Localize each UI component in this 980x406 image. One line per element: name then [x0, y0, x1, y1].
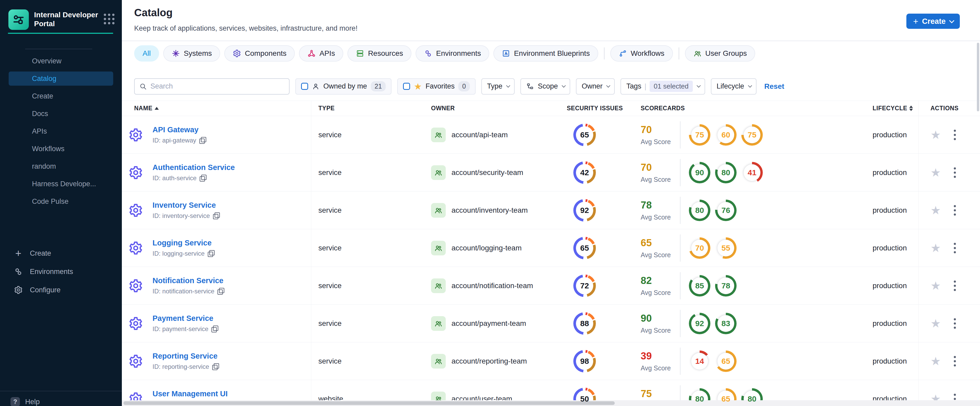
tab-systems[interactable]: Systems: [163, 45, 220, 62]
tab-resources[interactable]: Resources: [347, 45, 411, 62]
tab-components[interactable]: Components: [224, 45, 295, 62]
scorecard-ring[interactable]: 80: [741, 388, 763, 406]
scorecard-ring[interactable]: 14: [689, 350, 710, 372]
copy-icon[interactable]: [208, 250, 215, 257]
entity-name-link[interactable]: Reporting Service: [153, 352, 219, 360]
favorite-star-icon[interactable]: ★: [931, 355, 941, 367]
lifecycle-cell: production: [873, 343, 918, 380]
sidebar-item-create[interactable]: Create: [9, 89, 113, 103]
scorecard-ring[interactable]: 83: [715, 313, 737, 334]
tab-environments[interactable]: Environments: [415, 45, 489, 62]
copy-icon[interactable]: [199, 137, 206, 144]
sidebar-item-workflows[interactable]: Workflows: [9, 142, 113, 156]
scorecard-value: 41: [741, 162, 763, 183]
scorecard-ring[interactable]: 85: [689, 275, 710, 297]
sidebar-bottom-item-environments[interactable]: Environments: [0, 262, 122, 281]
row-menu-icon[interactable]: [952, 166, 958, 179]
avg-score-label: Avg Score: [641, 176, 680, 183]
row-menu-icon[interactable]: [952, 317, 958, 330]
filter-dropdown-scope[interactable]: Scope: [520, 78, 570, 95]
entity-owner[interactable]: account/logging-team: [452, 244, 522, 252]
scorecard-ring[interactable]: 55: [715, 237, 737, 259]
entity-owner[interactable]: account/api-team: [452, 131, 508, 139]
create-button[interactable]: + Create: [906, 14, 960, 29]
sidebar-item-overview[interactable]: Overview: [9, 54, 113, 68]
favorite-star-icon[interactable]: ★: [931, 242, 941, 254]
entity-name-link[interactable]: API Gateway: [153, 125, 206, 134]
row-menu-icon[interactable]: [952, 241, 958, 255]
row-menu-icon[interactable]: [952, 279, 958, 293]
scorecard-ring[interactable]: 60: [715, 124, 737, 146]
favorites-filter[interactable]: ★ Favorites 0: [397, 78, 475, 95]
row-menu-icon[interactable]: [952, 203, 958, 217]
scorecard-ring[interactable]: 76: [715, 200, 737, 221]
scorecard-ring[interactable]: 90: [689, 162, 710, 183]
favorites-checkbox[interactable]: [403, 83, 410, 90]
entity-name-link[interactable]: Inventory Service: [153, 201, 220, 209]
sidebar-item-apis[interactable]: APIs: [9, 124, 113, 138]
column-header-lifecycle[interactable]: LIFECYCLE: [873, 101, 918, 116]
reset-filters-link[interactable]: Reset: [764, 82, 784, 90]
entity-owner[interactable]: account/payment-team: [452, 319, 526, 328]
sidebar-bottom-item-configure[interactable]: Configure: [0, 281, 122, 299]
entity-name-link[interactable]: Authentication Service: [153, 163, 235, 172]
favorite-star-icon[interactable]: ★: [931, 167, 941, 178]
scorecard-ring[interactable]: 78: [715, 275, 737, 297]
sidebar-item-harness-develope-[interactable]: Harness Develope...: [9, 177, 113, 191]
scorecard-ring[interactable]: 75: [741, 124, 763, 146]
favorite-star-icon[interactable]: ★: [931, 280, 941, 292]
column-header-name[interactable]: NAME: [122, 101, 311, 116]
sidebar-bottom-item-create[interactable]: +Create: [0, 244, 122, 262]
horizontal-scrollbar[interactable]: [122, 400, 980, 406]
sidebar-item-code-pulse[interactable]: Code Pulse: [9, 194, 113, 208]
entity-name-link[interactable]: Notification Service: [153, 276, 224, 285]
favorite-star-icon[interactable]: ★: [931, 318, 941, 329]
entity-name-link[interactable]: User Management UI: [153, 390, 230, 398]
filter-dropdown-type[interactable]: Type: [481, 78, 515, 95]
app-switcher-icon[interactable]: [104, 14, 115, 24]
scorecard-ring[interactable]: 92: [689, 313, 710, 334]
tab-user-groups[interactable]: User Groups: [685, 45, 756, 62]
favorite-star-icon[interactable]: ★: [931, 205, 941, 216]
copy-icon[interactable]: [218, 288, 224, 295]
filter-dropdown-lifecycle[interactable]: Lifecycle: [711, 78, 756, 95]
scorecard-ring[interactable]: 75: [689, 124, 710, 146]
tab-apis[interactable]: APIs: [299, 45, 343, 62]
row-menu-icon[interactable]: [952, 354, 958, 368]
chevron-down-icon: [697, 84, 701, 88]
horizontal-scrollbar-thumb[interactable]: [123, 401, 615, 405]
scorecard-ring[interactable]: 70: [689, 237, 710, 259]
scorecard-ring[interactable]: 80: [715, 162, 737, 183]
entity-name-link[interactable]: Logging Service: [153, 239, 215, 247]
sidebar-item-random[interactable]: random: [9, 159, 113, 173]
entity-id-line: ID: inventory-service: [153, 212, 220, 219]
owned-by-me-checkbox[interactable]: [301, 83, 308, 90]
sidebar-item-help[interactable]: ? Help: [0, 391, 122, 406]
entity-owner[interactable]: account/notification-team: [452, 282, 533, 290]
scorecard-ring[interactable]: 65: [715, 388, 737, 406]
favorite-star-icon[interactable]: ★: [931, 129, 941, 141]
tab-all[interactable]: All: [134, 45, 159, 62]
entity-owner[interactable]: account/reporting-team: [452, 357, 527, 365]
scorecard-ring[interactable]: 65: [715, 350, 737, 372]
scorecard-ring[interactable]: 41: [741, 162, 763, 183]
tab-environment-blueprints[interactable]: Environment Blueprints: [493, 45, 598, 62]
entity-owner[interactable]: account/security-team: [452, 168, 523, 177]
vertical-scrollbar-thumb[interactable]: [977, 43, 979, 111]
scorecard-ring[interactable]: 80: [689, 388, 710, 406]
sidebar-item-catalog[interactable]: Catalog: [9, 71, 113, 86]
copy-icon[interactable]: [213, 213, 220, 219]
copy-icon[interactable]: [200, 175, 207, 181]
copy-icon[interactable]: [212, 325, 218, 332]
filter-dropdown-tags[interactable]: Tags|01 selected: [620, 78, 705, 95]
tab-workflows[interactable]: Workflows: [610, 45, 673, 62]
sidebar-item-docs[interactable]: Docs: [9, 106, 113, 121]
scorecard-ring[interactable]: 80: [689, 200, 710, 221]
entity-name-link[interactable]: Payment Service: [153, 314, 218, 323]
filter-dropdown-owner[interactable]: Owner: [576, 78, 615, 95]
search-input[interactable]: [150, 82, 284, 90]
copy-icon[interactable]: [212, 363, 219, 370]
entity-owner[interactable]: account/inventory-team: [452, 206, 528, 214]
owned-by-me-filter[interactable]: Owned by me 21: [295, 78, 391, 95]
row-menu-icon[interactable]: [952, 128, 958, 142]
